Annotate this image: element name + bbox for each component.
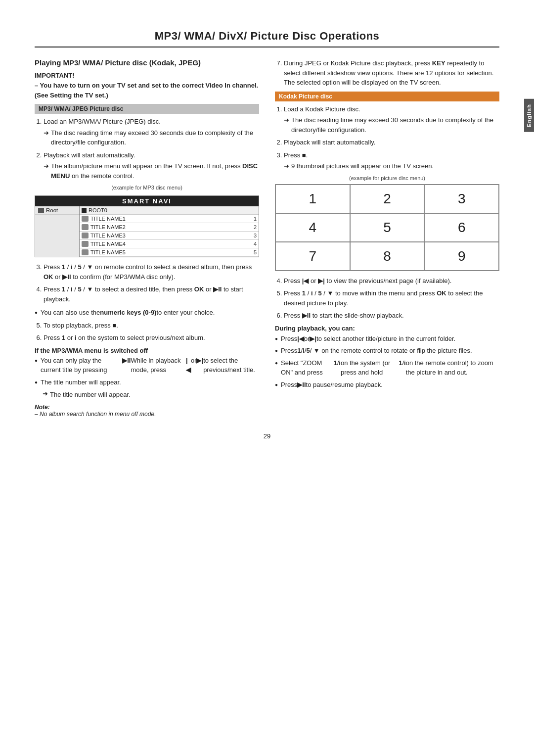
root-row-num: 0 <box>104 207 107 213</box>
grid-cell-2: 2 <box>350 185 425 213</box>
title-icon-4 <box>82 241 89 247</box>
smart-navi-row-4: TITLE NAME4 4 <box>80 240 259 248</box>
title-icon-2 <box>82 224 89 230</box>
mp3-steps-list: Load an MP3/WMA/ Picture (JPEG) disc. ➜ … <box>35 117 259 181</box>
kodak-steps-list: Load a Kodak Picture disc. ➜ The disc re… <box>275 104 499 171</box>
step-1: Load an MP3/WMA/ Picture (JPEG) disc. ➜ … <box>44 117 259 147</box>
title-name-1: TITLE NAME1 <box>90 216 250 222</box>
grid-cell-5: 5 <box>350 213 425 242</box>
step-2-arrow-note: ➜ The album/picture menu will appear on … <box>44 161 259 181</box>
title-icon-5 <box>82 249 89 255</box>
title-number-arrow-note: ➜ The title number will appear. <box>43 390 259 400</box>
grid-cell-1: 1 <box>275 185 350 213</box>
during-playback-bullet-1: Press |◀ or ▶| to select another title/p… <box>275 334 499 344</box>
page-title: MP3/ WMA/ DivX/ Picture Disc Operations <box>35 30 499 47</box>
smart-navi-row-2: TITLE NAME2 2 <box>80 223 259 232</box>
during-playback-bullet-3: Select "ZOOM ON" and press 1 / i on the … <box>275 358 499 378</box>
step-1-arrow-note: ➜ The disc reading time may exceed 30 se… <box>44 128 259 147</box>
numeric-keys-bullets: You can also use the numeric keys (0-9) … <box>35 308 259 318</box>
root-icon <box>82 208 87 213</box>
folder-icon <box>38 208 44 213</box>
right-column: During JPEG or Kodak Picture disc playba… <box>275 58 499 418</box>
step-5: To stop playback, press ■. <box>44 321 259 331</box>
switched-off-bullets: You can only play the current title by p… <box>35 356 259 387</box>
arrow-icon-4: ➜ <box>284 115 289 125</box>
step-6: Press 1 or i on the system to select pre… <box>44 333 259 343</box>
smart-navi-wrapper: (example for MP3 disc menu) SMART NAVI R… <box>35 185 259 257</box>
kodak-step-1-note: ➜ The disc reading time may exceed 30 se… <box>284 115 499 135</box>
kodak-step-1-note-text: The disc reading time may exceed 30 seco… <box>291 115 499 135</box>
step-7: During JPEG or Kodak Picture disc playba… <box>284 58 499 88</box>
during-playback-title: During playback, you can: <box>275 325 499 332</box>
smart-navi-row-5: TITLE NAME5 5 <box>80 248 259 257</box>
smart-navi-box: SMART NAVI Root ROOT 0 <box>35 195 259 257</box>
note-content: – No album search function in menu off m… <box>35 411 156 418</box>
mp3-steps-list-2: Press 1 / i / 5 / ▼ on remote control to… <box>35 262 259 304</box>
numeric-keys-bullet: You can also use the numeric keys (0-9) … <box>35 308 259 318</box>
grid-cell-3: 3 <box>424 185 499 213</box>
smart-navi-title: SMART NAVI <box>35 196 259 206</box>
title-num-1: 1 <box>250 216 257 222</box>
picture-disc-caption: (example for picture disc menu) <box>275 175 499 181</box>
during-playback-bullet-4: Press ▶II to pause/resume playback. <box>275 380 499 390</box>
kodak-step-3: Press ■. ➜ 9 thumbnail pictures will app… <box>284 150 499 171</box>
kodak-subsection-box: Kodak Picture disc <box>275 92 499 101</box>
picture-disc-grid: 1 2 3 4 5 6 7 8 9 <box>275 185 499 271</box>
kodak-step-1: Load a Kodak Picture disc. ➜ The disc re… <box>284 104 499 135</box>
section-title: Playing MP3/ WMA/ Picture disc (Kodak, J… <box>35 58 259 67</box>
root-row-name: ROOT <box>89 207 104 213</box>
title-name-2: TITLE NAME2 <box>90 224 250 230</box>
switched-off-bullet-2: The title number will appear. <box>35 378 259 387</box>
title-icon-1 <box>82 216 89 222</box>
title-num-5: 5 <box>250 249 257 255</box>
grid-cell-9: 9 <box>424 242 499 271</box>
important-text: – You have to turn on your TV set and se… <box>35 81 259 100</box>
arrow-icon-2: ➜ <box>44 161 49 171</box>
kodak-step-6: Press ▶II to start the slide-show playba… <box>284 311 499 321</box>
title-name-4: TITLE NAME4 <box>90 241 250 247</box>
grid-cell-8: 8 <box>350 242 425 271</box>
right-steps-list: During JPEG or Kodak Picture disc playba… <box>275 58 499 88</box>
title-number-note: The title number will appear. <box>50 390 131 400</box>
smart-navi-row-3: TITLE NAME3 3 <box>80 232 259 240</box>
page-number: 29 <box>35 432 499 440</box>
smart-navi-row-1: TITLE NAME1 1 <box>80 215 259 223</box>
title-icon-3 <box>82 233 89 238</box>
arrow-icon: ➜ <box>44 128 49 138</box>
kodak-step-4: Press |◀ or ▶| to view the previous/next… <box>284 276 499 286</box>
kodak-steps-list-2: Press |◀ or ▶| to view the previous/next… <box>275 276 499 321</box>
arrow-icon-3: ➜ <box>43 390 48 397</box>
switched-off-bullet-1: You can only play the current title by p… <box>35 356 259 375</box>
during-playback-bullets: Press |◀ or ▶| to select another title/p… <box>275 334 499 390</box>
step-1-text: Load an MP3/WMA/ Picture (JPEG) disc. <box>44 118 161 125</box>
smart-navi-left-item: Root <box>35 206 79 215</box>
switched-off-title: If the MP3/WMA menu is switched off <box>35 347 259 354</box>
note-label: Note: <box>35 404 50 411</box>
kodak-step-3-note: ➜ 9 thumbnail pictures will appear on th… <box>284 161 499 171</box>
smart-navi-root-row: ROOT 0 <box>80 206 259 215</box>
title-num-2: 2 <box>250 224 257 230</box>
picture-disc-grid-wrapper: (example for picture disc menu) 1 2 3 4 … <box>275 175 499 271</box>
smart-navi-right-panel: ROOT 0 TITLE NAME1 1 TITLE NAME2 <box>80 206 259 257</box>
title-num-4: 4 <box>250 241 257 247</box>
grid-cell-6: 6 <box>424 213 499 242</box>
step-3: Press 1 / i / 5 / ▼ on remote control to… <box>44 262 259 282</box>
step-2-text: Playback will start automatically. <box>44 151 135 159</box>
step-2-note: The album/picture menu will appear on th… <box>51 161 259 181</box>
title-num-3: 3 <box>250 233 257 238</box>
step-1-note: The disc reading time may exceed 30 seco… <box>51 128 259 147</box>
kodak-step-2: Playback will start automatically. <box>284 138 499 147</box>
step-2: Playback will start automatically. ➜ The… <box>44 150 259 181</box>
smart-navi-left-panel: Root <box>35 206 80 257</box>
kodak-step-5: Press 1 / i / 5 / ▼ to move within the m… <box>284 288 499 308</box>
step-4: Press 1 / i / 5 / ▼ to select a desired … <box>44 284 259 304</box>
left-column: Playing MP3/ WMA/ Picture disc (Kodak, J… <box>35 58 259 418</box>
grid-cell-7: 7 <box>275 242 350 271</box>
important-label: IMPORTANT! <box>35 72 259 79</box>
arrow-icon-5: ➜ <box>284 161 289 171</box>
kodak-step-3-note-text: 9 thumbnail pictures will appear on the … <box>291 161 434 171</box>
mp3-subsection-box: MP3/ WMA/ JPEG Picture disc <box>35 104 259 114</box>
smart-navi-body: Root ROOT 0 TITLE NAME1 <box>35 206 259 257</box>
during-playback-bullet-2: Press 1 / i / 5 / ▼ on the remote contro… <box>275 346 499 356</box>
title-name-3: TITLE NAME3 <box>90 233 250 238</box>
